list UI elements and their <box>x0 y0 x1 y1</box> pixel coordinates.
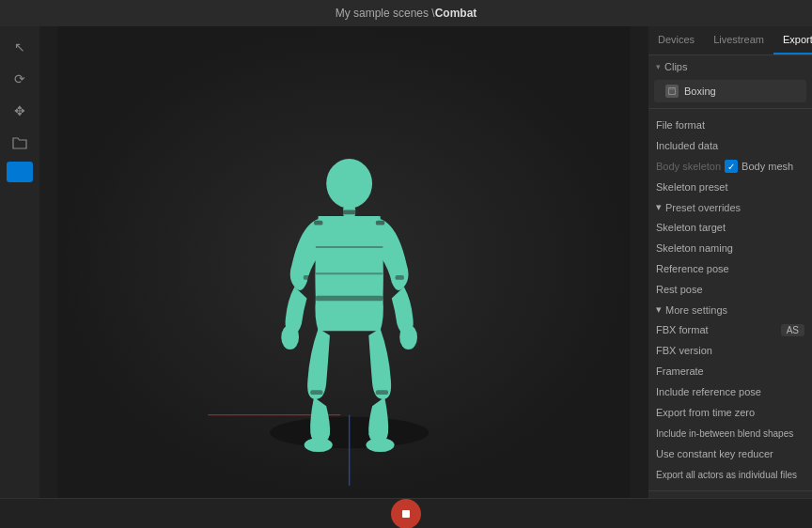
framerate-row[interactable]: Framerate <box>648 361 812 381</box>
move-tool[interactable]: ✥ <box>7 98 33 124</box>
fbx-format-row[interactable]: FBX format AS <box>648 319 812 340</box>
svg-point-9 <box>367 438 395 452</box>
skeleton-preset-row[interactable]: Skeleton preset <box>648 177 812 197</box>
body-skeleton-label: Body skeleton <box>656 161 721 172</box>
clips-label: Clips <box>664 61 687 72</box>
preset-overrides-header: ▾ Preset overrides <box>648 197 812 217</box>
fbx-format-label: FBX format <box>656 324 709 335</box>
body-mesh-checkbox[interactable] <box>725 160 738 173</box>
framerate-label: Framerate <box>656 365 704 377</box>
skeleton-target-label: Skeleton target <box>656 222 726 233</box>
panel-content: ▾ Clips Boxing File format <box>648 55 812 498</box>
title-scene: Combat <box>435 7 477 20</box>
clip-icon <box>665 85 679 98</box>
more-settings-label: More settings <box>665 304 727 316</box>
skeleton-naming-label: Skeleton naming <box>656 242 733 254</box>
file-format-row[interactable]: File format <box>648 115 812 135</box>
skeleton-naming-row[interactable]: Skeleton naming <box>648 238 812 258</box>
key-reducer-label: Use constant key reducer <box>656 448 773 459</box>
body-mesh-label: Body mesh <box>742 161 793 172</box>
more-settings-header: ▾ More settings <box>648 300 812 319</box>
rest-pose-row[interactable]: Rest pose <box>648 279 812 300</box>
divider-1 <box>648 108 812 109</box>
export-from-time-zero-row[interactable]: Export from time zero <box>648 402 812 423</box>
export-actors-label: Export all actors as individual files <box>656 470 797 480</box>
svg-point-4 <box>326 159 372 209</box>
fbx-version-row[interactable]: FBX version <box>648 340 812 361</box>
active-tool[interactable] <box>7 162 33 182</box>
rotate-tool[interactable]: ⟳ <box>7 66 33 92</box>
fbx-format-value: AS <box>781 324 804 336</box>
divider-2 <box>648 490 812 491</box>
svg-rect-16 <box>310 390 322 395</box>
tab-devices[interactable]: Devices <box>648 26 704 54</box>
rest-pose-label: Rest pose <box>656 284 703 295</box>
preset-overrides-label: Preset overrides <box>665 202 741 213</box>
svg-rect-12 <box>376 221 384 225</box>
tabs-bar: Devices Livestream Export <box>648 26 812 55</box>
svg-point-7 <box>399 325 417 349</box>
svg-rect-10 <box>340 210 358 215</box>
include-ref-pose-row[interactable]: Include reference pose <box>648 381 812 402</box>
title-prefix: My sample scenes \ <box>336 7 435 20</box>
viewport <box>39 26 648 498</box>
title-bar: My sample scenes \ Combat <box>0 0 812 26</box>
blend-shapes-label: Include in-between blend shapes <box>656 428 793 439</box>
reference-pose-row[interactable]: Reference pose <box>648 258 812 279</box>
svg-rect-15 <box>316 296 383 302</box>
preset-overrides-arrow: ▾ <box>656 201 662 213</box>
clips-section-header: ▾ Clips <box>648 55 812 78</box>
svg-rect-17 <box>376 390 388 395</box>
fbx-version-label: FBX version <box>656 345 712 356</box>
file-format-label: File format <box>656 119 705 131</box>
left-sidebar: ↖ ⟳ ✥ <box>0 26 39 498</box>
svg-rect-14 <box>396 275 404 280</box>
included-data-checkboxes: Body skeleton Body mesh <box>648 156 812 177</box>
tab-export[interactable]: Export <box>773 26 812 54</box>
bottom-bar <box>0 498 812 528</box>
reference-pose-label: Reference pose <box>656 263 729 274</box>
folder-tool[interactable] <box>7 130 33 156</box>
skeleton-target-row[interactable]: Skeleton target <box>648 217 812 238</box>
export-from-time-zero-label: Export from time zero <box>656 407 755 418</box>
clip-boxing[interactable]: Boxing <box>654 80 806 102</box>
included-data-label: Included data <box>656 140 718 151</box>
record-button[interactable] <box>391 499 421 529</box>
tab-livestream[interactable]: Livestream <box>704 26 773 54</box>
clip-boxing-label: Boxing <box>684 85 716 97</box>
arrow-tool[interactable]: ↖ <box>7 34 33 60</box>
blend-shapes-row[interactable]: Include in-between blend shapes <box>648 423 812 443</box>
skeleton-preset-label: Skeleton preset <box>656 181 727 193</box>
svg-rect-11 <box>314 221 322 225</box>
svg-point-6 <box>281 325 299 349</box>
right-panel: Devices Livestream Export ▾ Clips <box>648 26 812 498</box>
included-data-row: Included data <box>648 135 812 156</box>
include-ref-pose-label: Include reference pose <box>656 386 761 397</box>
svg-rect-23 <box>402 510 410 518</box>
svg-point-8 <box>304 438 333 452</box>
svg-rect-13 <box>304 275 312 280</box>
clips-arrow-icon: ▾ <box>656 62 661 71</box>
export-actors-row[interactable]: Export all actors as individual files <box>648 464 812 485</box>
key-reducer-row[interactable]: Use constant key reducer <box>648 443 812 464</box>
more-settings-arrow: ▾ <box>656 303 662 316</box>
